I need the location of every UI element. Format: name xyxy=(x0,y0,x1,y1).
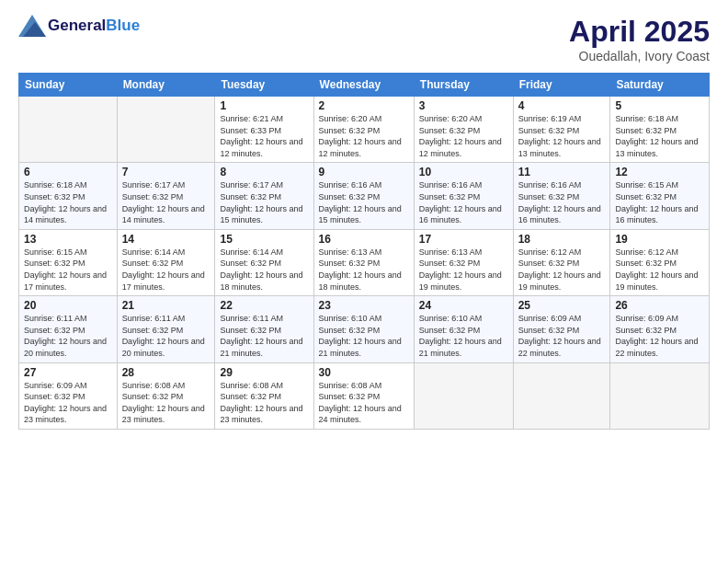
calendar-day-cell: 30Sunrise: 6:08 AMSunset: 6:32 PMDayligh… xyxy=(313,362,414,429)
day-info: Sunrise: 6:08 AMSunset: 6:32 PMDaylight:… xyxy=(319,380,409,426)
calendar-day-cell: 28Sunrise: 6:08 AMSunset: 6:32 PMDayligh… xyxy=(117,362,215,429)
day-info: Sunrise: 6:11 AMSunset: 6:32 PMDaylight:… xyxy=(220,313,308,359)
day-info: Sunrise: 6:10 AMSunset: 6:32 PMDaylight:… xyxy=(319,313,409,359)
day-info: Sunrise: 6:09 AMSunset: 6:32 PMDaylight:… xyxy=(615,313,704,359)
calendar-day-cell: 26Sunrise: 6:09 AMSunset: 6:32 PMDayligh… xyxy=(610,296,710,362)
calendar-day-cell: 6Sunrise: 6:18 AMSunset: 6:32 PMDaylight… xyxy=(19,163,118,229)
calendar-day-cell xyxy=(414,362,513,429)
calendar-day-cell xyxy=(19,97,118,163)
page: GeneralBlue April 2025 Ouedallah, Ivory … xyxy=(0,0,728,563)
calendar-header-thursday: Thursday xyxy=(414,74,513,97)
calendar-day-cell: 5Sunrise: 6:18 AMSunset: 6:32 PMDaylight… xyxy=(610,97,710,163)
calendar-day-cell: 1Sunrise: 6:21 AMSunset: 6:33 PMDaylight… xyxy=(215,97,313,163)
day-number: 18 xyxy=(518,233,606,246)
title-block: April 2025 Ouedallah, Ivory Coast xyxy=(569,15,710,63)
day-info: Sunrise: 6:13 AMSunset: 6:32 PMDaylight:… xyxy=(419,247,508,293)
calendar-header-monday: Monday xyxy=(117,74,215,97)
day-number: 29 xyxy=(220,366,308,379)
location: Ouedallah, Ivory Coast xyxy=(569,49,710,63)
day-info: Sunrise: 6:19 AMSunset: 6:32 PMDaylight:… xyxy=(518,113,606,159)
day-number: 21 xyxy=(122,299,210,312)
day-number: 25 xyxy=(518,299,606,312)
day-info: Sunrise: 6:20 AMSunset: 6:32 PMDaylight:… xyxy=(419,113,508,159)
day-info: Sunrise: 6:17 AMSunset: 6:32 PMDaylight:… xyxy=(122,179,210,225)
calendar-day-cell: 11Sunrise: 6:16 AMSunset: 6:32 PMDayligh… xyxy=(513,163,610,229)
day-number: 7 xyxy=(122,166,210,178)
day-number: 30 xyxy=(319,366,409,379)
day-info: Sunrise: 6:15 AMSunset: 6:32 PMDaylight:… xyxy=(24,247,112,293)
day-info: Sunrise: 6:21 AMSunset: 6:33 PMDaylight:… xyxy=(220,113,308,159)
calendar-day-cell: 18Sunrise: 6:12 AMSunset: 6:32 PMDayligh… xyxy=(513,229,610,295)
month-title: April 2025 xyxy=(569,15,710,49)
logo-general: General xyxy=(48,17,106,35)
day-number: 22 xyxy=(220,299,308,312)
day-info: Sunrise: 6:14 AMSunset: 6:32 PMDaylight:… xyxy=(220,247,308,293)
day-number: 24 xyxy=(419,299,508,312)
generalblue-logo-icon xyxy=(18,15,46,37)
calendar-day-cell: 8Sunrise: 6:17 AMSunset: 6:32 PMDaylight… xyxy=(215,163,313,229)
calendar-week-row: 6Sunrise: 6:18 AMSunset: 6:32 PMDaylight… xyxy=(19,163,710,229)
calendar-day-cell: 22Sunrise: 6:11 AMSunset: 6:32 PMDayligh… xyxy=(215,296,313,362)
day-number: 15 xyxy=(220,233,308,246)
day-info: Sunrise: 6:18 AMSunset: 6:32 PMDaylight:… xyxy=(615,113,704,159)
day-info: Sunrise: 6:12 AMSunset: 6:32 PMDaylight:… xyxy=(518,247,606,293)
calendar-day-cell: 2Sunrise: 6:20 AMSunset: 6:32 PMDaylight… xyxy=(313,97,414,163)
calendar-day-cell: 20Sunrise: 6:11 AMSunset: 6:32 PMDayligh… xyxy=(19,296,118,362)
day-info: Sunrise: 6:14 AMSunset: 6:32 PMDaylight:… xyxy=(122,247,210,293)
calendar-day-cell: 17Sunrise: 6:13 AMSunset: 6:32 PMDayligh… xyxy=(414,229,513,295)
day-info: Sunrise: 6:11 AMSunset: 6:32 PMDaylight:… xyxy=(24,313,112,359)
calendar-day-cell: 3Sunrise: 6:20 AMSunset: 6:32 PMDaylight… xyxy=(414,97,513,163)
day-info: Sunrise: 6:16 AMSunset: 6:32 PMDaylight:… xyxy=(419,179,508,225)
day-number: 27 xyxy=(24,366,112,379)
calendar-day-cell xyxy=(117,97,215,163)
day-info: Sunrise: 6:16 AMSunset: 6:32 PMDaylight:… xyxy=(518,179,606,225)
day-number: 28 xyxy=(122,366,210,379)
calendar-day-cell: 10Sunrise: 6:16 AMSunset: 6:32 PMDayligh… xyxy=(414,163,513,229)
calendar-day-cell: 4Sunrise: 6:19 AMSunset: 6:32 PMDaylight… xyxy=(513,97,610,163)
calendar-day-cell: 21Sunrise: 6:11 AMSunset: 6:32 PMDayligh… xyxy=(117,296,215,362)
day-number: 1 xyxy=(220,99,308,112)
day-info: Sunrise: 6:08 AMSunset: 6:32 PMDaylight:… xyxy=(122,380,210,426)
day-number: 13 xyxy=(24,233,112,246)
day-info: Sunrise: 6:20 AMSunset: 6:32 PMDaylight:… xyxy=(319,113,409,159)
calendar-week-row: 27Sunrise: 6:09 AMSunset: 6:32 PMDayligh… xyxy=(19,362,710,429)
day-number: 10 xyxy=(419,166,508,178)
calendar-week-row: 13Sunrise: 6:15 AMSunset: 6:32 PMDayligh… xyxy=(19,229,710,295)
calendar-day-cell: 13Sunrise: 6:15 AMSunset: 6:32 PMDayligh… xyxy=(19,229,118,295)
header: GeneralBlue April 2025 Ouedallah, Ivory … xyxy=(18,15,710,63)
logo-blue: Blue xyxy=(106,17,140,35)
day-number: 19 xyxy=(615,233,704,246)
day-info: Sunrise: 6:09 AMSunset: 6:32 PMDaylight:… xyxy=(24,380,112,426)
calendar-table: SundayMondayTuesdayWednesdayThursdayFrid… xyxy=(18,73,710,430)
calendar-week-row: 20Sunrise: 6:11 AMSunset: 6:32 PMDayligh… xyxy=(19,296,710,362)
calendar-day-cell: 15Sunrise: 6:14 AMSunset: 6:32 PMDayligh… xyxy=(215,229,313,295)
calendar-day-cell xyxy=(610,362,710,429)
day-number: 3 xyxy=(419,99,508,112)
day-number: 8 xyxy=(220,166,308,178)
calendar-day-cell: 7Sunrise: 6:17 AMSunset: 6:32 PMDaylight… xyxy=(117,163,215,229)
calendar-day-cell: 19Sunrise: 6:12 AMSunset: 6:32 PMDayligh… xyxy=(610,229,710,295)
calendar-day-cell: 14Sunrise: 6:14 AMSunset: 6:32 PMDayligh… xyxy=(117,229,215,295)
day-info: Sunrise: 6:17 AMSunset: 6:32 PMDaylight:… xyxy=(220,179,308,225)
day-number: 23 xyxy=(319,299,409,312)
calendar-header-tuesday: Tuesday xyxy=(215,74,313,97)
day-number: 11 xyxy=(518,166,606,178)
calendar-week-row: 1Sunrise: 6:21 AMSunset: 6:33 PMDaylight… xyxy=(19,97,710,163)
day-number: 9 xyxy=(319,166,409,178)
day-number: 14 xyxy=(122,233,210,246)
day-number: 2 xyxy=(319,99,409,112)
day-number: 16 xyxy=(319,233,409,246)
day-info: Sunrise: 6:13 AMSunset: 6:32 PMDaylight:… xyxy=(319,247,409,293)
calendar-day-cell: 27Sunrise: 6:09 AMSunset: 6:32 PMDayligh… xyxy=(19,362,118,429)
day-info: Sunrise: 6:16 AMSunset: 6:32 PMDaylight:… xyxy=(319,179,409,225)
calendar-day-cell: 24Sunrise: 6:10 AMSunset: 6:32 PMDayligh… xyxy=(414,296,513,362)
day-info: Sunrise: 6:09 AMSunset: 6:32 PMDaylight:… xyxy=(518,313,606,359)
day-info: Sunrise: 6:10 AMSunset: 6:32 PMDaylight:… xyxy=(419,313,508,359)
day-info: Sunrise: 6:12 AMSunset: 6:32 PMDaylight:… xyxy=(615,247,704,293)
calendar-day-cell: 29Sunrise: 6:08 AMSunset: 6:32 PMDayligh… xyxy=(215,362,313,429)
calendar-day-cell: 12Sunrise: 6:15 AMSunset: 6:32 PMDayligh… xyxy=(610,163,710,229)
day-number: 26 xyxy=(615,299,704,312)
logo: GeneralBlue xyxy=(18,15,140,37)
day-number: 12 xyxy=(615,166,704,178)
calendar-day-cell: 16Sunrise: 6:13 AMSunset: 6:32 PMDayligh… xyxy=(313,229,414,295)
